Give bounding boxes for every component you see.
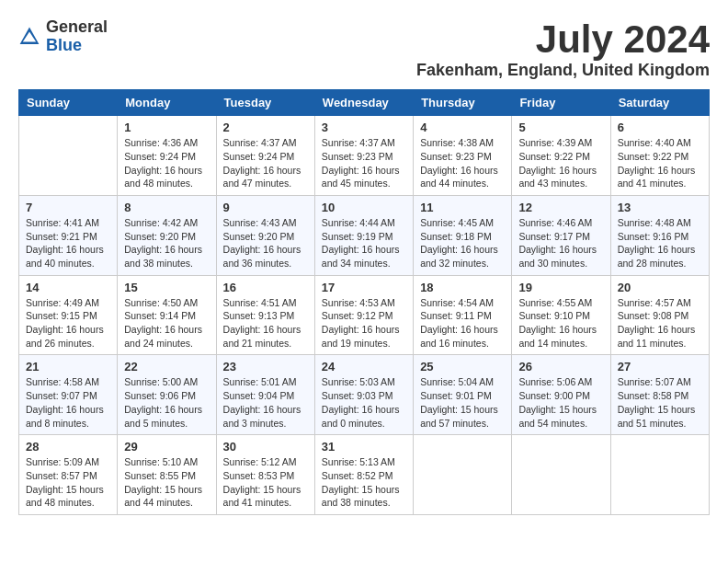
day-number: 26 <box>518 360 603 373</box>
day-info: Sunrise: 4:38 AMSunset: 9:23 PMDaylight:… <box>420 136 505 190</box>
weekday-header-tuesday: Tuesday <box>216 90 314 116</box>
day-number: 16 <box>223 281 308 294</box>
location: Fakenham, England, United Kingdom <box>416 61 710 80</box>
calendar-cell: 13Sunrise: 4:48 AMSunset: 9:16 PMDayligh… <box>610 195 709 275</box>
day-info: Sunrise: 4:50 AMSunset: 9:14 PMDaylight:… <box>124 296 209 350</box>
day-info: Sunrise: 4:44 AMSunset: 9:19 PMDaylight:… <box>322 216 406 270</box>
calendar-cell: 14Sunrise: 4:49 AMSunset: 9:15 PMDayligh… <box>19 275 118 355</box>
day-info: Sunrise: 4:51 AMSunset: 9:13 PMDaylight:… <box>223 296 308 350</box>
day-number: 19 <box>518 281 603 294</box>
day-number: 28 <box>26 440 110 454</box>
calendar-cell: 19Sunrise: 4:55 AMSunset: 9:10 PMDayligh… <box>512 275 610 355</box>
week-row-4: 21Sunrise: 4:58 AMSunset: 9:07 PMDayligh… <box>19 355 710 435</box>
weekday-header-monday: Monday <box>118 90 216 116</box>
week-row-3: 14Sunrise: 4:49 AMSunset: 9:15 PMDayligh… <box>19 275 710 355</box>
day-number: 22 <box>124 360 209 373</box>
calendar-cell: 25Sunrise: 5:04 AMSunset: 9:01 PMDayligh… <box>414 355 512 435</box>
logo-icon <box>18 26 40 48</box>
week-row-5: 28Sunrise: 5:09 AMSunset: 8:57 PMDayligh… <box>19 435 710 515</box>
week-row-2: 7Sunrise: 4:41 AMSunset: 9:21 PMDaylight… <box>19 195 710 275</box>
day-info: Sunrise: 5:06 AMSunset: 9:00 PMDaylight:… <box>518 375 603 430</box>
calendar-cell: 27Sunrise: 5:07 AMSunset: 8:58 PMDayligh… <box>610 355 709 435</box>
day-info: Sunrise: 5:13 AMSunset: 8:52 PMDaylight:… <box>322 455 406 510</box>
logo-text: General Blue <box>46 18 108 55</box>
day-number: 5 <box>518 121 603 134</box>
weekday-header-wednesday: Wednesday <box>314 90 413 116</box>
calendar-cell: 12Sunrise: 4:46 AMSunset: 9:17 PMDayligh… <box>512 195 610 275</box>
day-info: Sunrise: 5:10 AMSunset: 8:55 PMDaylight:… <box>124 455 209 510</box>
day-info: Sunrise: 4:43 AMSunset: 9:20 PMDaylight:… <box>223 216 308 270</box>
logo-general-text: General <box>46 18 108 37</box>
day-info: Sunrise: 5:03 AMSunset: 9:03 PMDaylight:… <box>322 375 406 430</box>
month-year: July 2024 <box>416 18 710 61</box>
day-number: 29 <box>124 440 209 454</box>
calendar-cell: 31Sunrise: 5:13 AMSunset: 8:52 PMDayligh… <box>314 435 413 515</box>
calendar-cell: 1Sunrise: 4:36 AMSunset: 9:24 PMDaylight… <box>118 116 216 196</box>
calendar-cell: 21Sunrise: 4:58 AMSunset: 9:07 PMDayligh… <box>19 355 118 435</box>
calendar-cell: 10Sunrise: 4:44 AMSunset: 9:19 PMDayligh… <box>314 195 413 275</box>
day-number: 10 <box>322 201 406 214</box>
day-info: Sunrise: 4:55 AMSunset: 9:10 PMDaylight:… <box>518 296 603 350</box>
day-info: Sunrise: 4:48 AMSunset: 9:16 PMDaylight:… <box>618 216 702 270</box>
day-number: 18 <box>420 281 505 294</box>
day-number: 14 <box>26 281 110 294</box>
calendar-cell: 4Sunrise: 4:38 AMSunset: 9:23 PMDaylight… <box>414 116 512 196</box>
day-info: Sunrise: 5:01 AMSunset: 9:04 PMDaylight:… <box>223 375 308 430</box>
calendar-cell: 20Sunrise: 4:57 AMSunset: 9:08 PMDayligh… <box>610 275 709 355</box>
calendar: SundayMondayTuesdayWednesdayThursdayFrid… <box>18 89 710 515</box>
day-number: 30 <box>223 440 308 454</box>
page-container: General Blue July 2024 Fakenham, England… <box>18 18 710 515</box>
calendar-cell: 17Sunrise: 4:53 AMSunset: 9:12 PMDayligh… <box>314 275 413 355</box>
day-info: Sunrise: 4:37 AMSunset: 9:23 PMDaylight:… <box>322 136 406 190</box>
calendar-cell: 9Sunrise: 4:43 AMSunset: 9:20 PMDaylight… <box>216 195 314 275</box>
day-number: 3 <box>322 121 406 134</box>
day-number: 1 <box>124 121 209 134</box>
day-info: Sunrise: 4:40 AMSunset: 9:22 PMDaylight:… <box>618 136 702 190</box>
day-number: 4 <box>420 121 505 134</box>
day-info: Sunrise: 4:45 AMSunset: 9:18 PMDaylight:… <box>420 216 505 270</box>
calendar-cell: 6Sunrise: 4:40 AMSunset: 9:22 PMDaylight… <box>610 116 709 196</box>
calendar-cell: 15Sunrise: 4:50 AMSunset: 9:14 PMDayligh… <box>118 275 216 355</box>
day-info: Sunrise: 4:36 AMSunset: 9:24 PMDaylight:… <box>124 136 209 190</box>
day-info: Sunrise: 4:57 AMSunset: 9:08 PMDaylight:… <box>618 296 702 350</box>
day-info: Sunrise: 5:07 AMSunset: 8:58 PMDaylight:… <box>618 375 702 430</box>
day-number: 9 <box>223 201 308 214</box>
day-info: Sunrise: 5:09 AMSunset: 8:57 PMDaylight:… <box>26 455 110 510</box>
day-number: 6 <box>618 121 702 134</box>
day-info: Sunrise: 4:39 AMSunset: 9:22 PMDaylight:… <box>518 136 603 190</box>
calendar-cell <box>414 435 512 515</box>
logo-blue-text: Blue <box>46 37 108 55</box>
day-number: 25 <box>420 360 505 373</box>
calendar-cell: 8Sunrise: 4:42 AMSunset: 9:20 PMDaylight… <box>118 195 216 275</box>
day-number: 13 <box>618 201 702 214</box>
day-info: Sunrise: 5:00 AMSunset: 9:06 PMDaylight:… <box>124 375 209 430</box>
day-number: 2 <box>223 121 308 134</box>
day-info: Sunrise: 4:46 AMSunset: 9:17 PMDaylight:… <box>518 216 603 270</box>
calendar-cell: 28Sunrise: 5:09 AMSunset: 8:57 PMDayligh… <box>19 435 118 515</box>
day-info: Sunrise: 4:41 AMSunset: 9:21 PMDaylight:… <box>26 216 110 270</box>
day-info: Sunrise: 4:49 AMSunset: 9:15 PMDaylight:… <box>26 296 110 350</box>
day-info: Sunrise: 4:58 AMSunset: 9:07 PMDaylight:… <box>26 375 110 430</box>
logo: General Blue <box>18 18 108 55</box>
calendar-cell <box>19 116 118 196</box>
week-row-1: 1Sunrise: 4:36 AMSunset: 9:24 PMDaylight… <box>19 116 710 196</box>
day-number: 27 <box>618 360 702 373</box>
calendar-cell: 26Sunrise: 5:06 AMSunset: 9:00 PMDayligh… <box>512 355 610 435</box>
day-number: 20 <box>618 281 702 294</box>
day-info: Sunrise: 4:42 AMSunset: 9:20 PMDaylight:… <box>124 216 209 270</box>
calendar-cell: 3Sunrise: 4:37 AMSunset: 9:23 PMDaylight… <box>314 116 413 196</box>
header: General Blue July 2024 Fakenham, England… <box>18 18 710 80</box>
day-number: 11 <box>420 201 505 214</box>
calendar-cell <box>610 435 709 515</box>
calendar-cell: 7Sunrise: 4:41 AMSunset: 9:21 PMDaylight… <box>19 195 118 275</box>
calendar-cell: 5Sunrise: 4:39 AMSunset: 9:22 PMDaylight… <box>512 116 610 196</box>
day-info: Sunrise: 4:53 AMSunset: 9:12 PMDaylight:… <box>322 296 406 350</box>
day-info: Sunrise: 5:04 AMSunset: 9:01 PMDaylight:… <box>420 375 505 430</box>
day-number: 8 <box>124 201 209 214</box>
weekday-header-friday: Friday <box>512 90 610 116</box>
calendar-cell <box>512 435 610 515</box>
day-number: 21 <box>26 360 110 373</box>
calendar-cell: 22Sunrise: 5:00 AMSunset: 9:06 PMDayligh… <box>118 355 216 435</box>
day-number: 7 <box>26 201 110 214</box>
weekday-header-sunday: Sunday <box>19 90 118 116</box>
